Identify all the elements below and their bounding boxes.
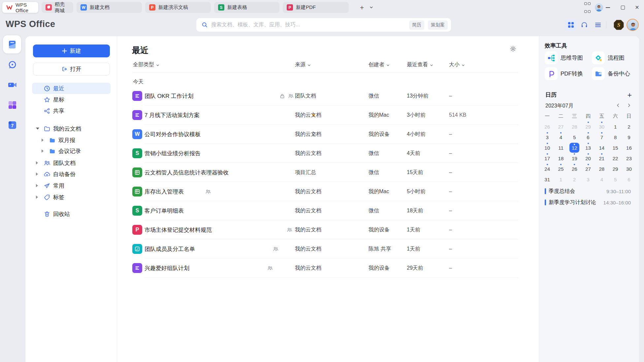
table-row[interactable]: W 公司对外合作协议模板 我的云文档 我的设备 4小时前 – <box>117 125 539 144</box>
tab-new-pdf[interactable]: P 新建PDF <box>283 2 349 13</box>
calendar-day[interactable]: 5 <box>608 174 622 185</box>
calendar-day[interactable]: 9 <box>622 132 636 142</box>
rail-meeting-tab[interactable] <box>6 78 18 91</box>
tab-new-spreadsheet[interactable]: S 新建表格 <box>214 2 279 13</box>
svip-badge-icon[interactable]: S <box>614 20 624 30</box>
calendar-day[interactable]: 23 <box>622 153 636 164</box>
calendar-day[interactable]: 18 <box>554 153 567 164</box>
calendar-day[interactable]: 30 <box>595 121 608 132</box>
calendar-day[interactable]: 16 <box>622 142 636 153</box>
search-tag-plan[interactable]: 策划案 <box>428 20 448 30</box>
tool-mindmap[interactable]: 思维导图 <box>545 51 583 64</box>
tab-new-presentation[interactable]: P 新建演示文稿 <box>145 2 211 13</box>
collapsed-caret-icon[interactable] <box>36 172 38 176</box>
calendar-day[interactable]: 26 <box>568 164 581 174</box>
calendar-day[interactable]: 31 <box>540 174 554 185</box>
user-avatar[interactable] <box>627 19 639 31</box>
collapsed-caret-icon[interactable] <box>42 149 44 153</box>
calendar-day[interactable]: 13 <box>581 142 595 153</box>
window-apps-grid-icon[interactable] <box>583 0 591 15</box>
table-row[interactable]: 团队成员及分工名单 我的云文档 陈旭 共享 1天前 – <box>117 239 539 258</box>
calendar-day[interactable]: 3 <box>581 174 595 185</box>
calendar-day[interactable]: 1 <box>554 174 567 185</box>
calendar-day[interactable]: 6 <box>581 132 595 142</box>
table-row[interactable]: P 市场主体登记提交材料规范 我的云文档 我的设备 1天前 – <box>117 220 539 239</box>
table-row[interactable]: 兴趣爱好组队计划 我的云文档 我的设备 29天前 – <box>117 258 539 278</box>
calendar-add-event-button[interactable]: ＋ <box>626 90 633 100</box>
calendar-day[interactable]: 14 <box>595 142 608 153</box>
table-row[interactable]: 云文档管人员信息统计表理器验收 项目汇总 微信 15天前 – <box>117 163 539 182</box>
calendar-day-selected[interactable]: 12 <box>568 142 581 153</box>
calendar-day[interactable]: 25 <box>554 164 567 174</box>
table-row[interactable]: 团队 OKR 工作计划 团队文档 微信 13分钟前 – <box>117 86 539 106</box>
calendar-day[interactable]: 21 <box>595 153 608 164</box>
calendar-next-icon[interactable] <box>627 103 631 107</box>
collapsed-caret-icon[interactable] <box>42 138 44 142</box>
calendar-day[interactable]: 15 <box>608 142 622 153</box>
open-file-button[interactable]: 打开 <box>33 63 110 75</box>
titlebar-avatar[interactable] <box>595 0 603 15</box>
search-input[interactable]: 搜索文档、模板、文库、应用、技巧... 简历 策划案 <box>196 18 451 32</box>
calendar-day[interactable]: 27 <box>581 164 595 174</box>
collapsed-caret-icon[interactable] <box>36 196 38 199</box>
tool-pdf-convert[interactable]: PDF转换 <box>545 67 583 80</box>
calendar-day[interactable]: 19 <box>568 153 581 164</box>
column-creator[interactable]: 创建者 <box>369 61 390 68</box>
calendar-day[interactable]: 29 <box>608 164 622 174</box>
new-file-button[interactable]: 新建 <box>33 45 110 57</box>
sidebar-item-bimonthly-report[interactable]: 双月报 <box>32 135 111 146</box>
calendar-day[interactable]: 29 <box>581 121 595 132</box>
calendar-event[interactable]: 季度总结会 9:30–11:00 <box>545 187 631 196</box>
search-tag-resume[interactable]: 简历 <box>409 20 424 30</box>
support-headset-icon[interactable] <box>579 19 590 31</box>
main-menu-icon[interactable] <box>593 19 603 31</box>
calendar-day[interactable]: 6 <box>622 174 636 185</box>
calendar-day[interactable]: 26 <box>540 121 554 132</box>
tab-new-document[interactable]: W 新建文档 <box>77 2 142 13</box>
sidebar-item-frequent[interactable]: 常用 <box>32 180 111 191</box>
calendar-day[interactable]: 28 <box>595 164 608 174</box>
calendar-day[interactable]: 27 <box>554 121 567 132</box>
calendar-day[interactable]: 28 <box>568 121 581 132</box>
sidebar-item-shared[interactable]: 共享 <box>32 105 111 116</box>
tool-flowchart[interactable]: 流程图 <box>592 51 625 64</box>
column-size[interactable]: 大小 <box>449 61 465 68</box>
apps-grid-button[interactable] <box>565 19 577 31</box>
calendar-event[interactable]: 新季度学习计划讨论 14:30–16:00 <box>545 198 631 207</box>
tab-list-chevron-icon[interactable] <box>368 3 374 12</box>
list-settings-gear-icon[interactable] <box>510 45 516 52</box>
sidebar-item-meeting-notes[interactable]: 会议记录 <box>32 145 111 157</box>
column-last-viewed[interactable]: 最近查看 <box>407 61 433 68</box>
calendar-day[interactable]: 7 <box>595 132 608 142</box>
calendar-day[interactable]: 5 <box>568 132 581 142</box>
minimize-button[interactable] <box>604 0 611 15</box>
rail-apps-tab[interactable] <box>6 99 18 111</box>
rail-calendar-tab[interactable]: 7 <box>6 119 18 131</box>
tool-backup-center[interactable]: 备份中心 <box>592 67 630 80</box>
calendar-prev-icon[interactable] <box>616 103 620 107</box>
calendar-day[interactable]: 8 <box>608 132 622 142</box>
calendar-day[interactable]: 22 <box>608 153 622 164</box>
table-row[interactable]: S 营销小组业绩分析报告 我的云文档 微信 4天前 – <box>117 144 539 163</box>
close-button[interactable]: ✕ <box>633 0 641 15</box>
expand-caret-icon[interactable] <box>36 128 39 130</box>
calendar-day[interactable]: 4 <box>595 174 608 185</box>
calendar-day[interactable]: 30 <box>622 164 636 174</box>
calendar-day[interactable]: 24 <box>540 164 554 174</box>
new-tab-button[interactable]: ＋ <box>357 3 367 12</box>
calendar-day[interactable]: 10 <box>540 142 554 153</box>
calendar-day[interactable]: 1 <box>608 121 622 132</box>
table-row[interactable]: 7 月线下活动策划方案 ★ 我的云文档 我的Mac 3小时前 514 KB <box>117 106 539 125</box>
calendar-day[interactable]: 11 <box>554 142 567 153</box>
sidebar-item-team-docs[interactable]: 团队文档 <box>32 157 111 168</box>
sidebar-item-recent[interactable]: 最近 <box>32 83 111 94</box>
sidebar-item-tags[interactable]: 标签 <box>32 192 111 203</box>
maximize-button[interactable] <box>620 0 626 15</box>
sidebar-item-my-cloud-docs[interactable]: 我的云文档 <box>32 123 111 134</box>
column-source[interactable]: 来源 <box>295 61 311 68</box>
calendar-day[interactable]: 3 <box>540 132 554 142</box>
calendar-day[interactable]: 4 <box>554 132 567 142</box>
calendar-day[interactable]: 2 <box>622 121 636 132</box>
calendar-day[interactable]: 2 <box>568 174 581 185</box>
calendar-day[interactable]: 17 <box>540 153 554 164</box>
